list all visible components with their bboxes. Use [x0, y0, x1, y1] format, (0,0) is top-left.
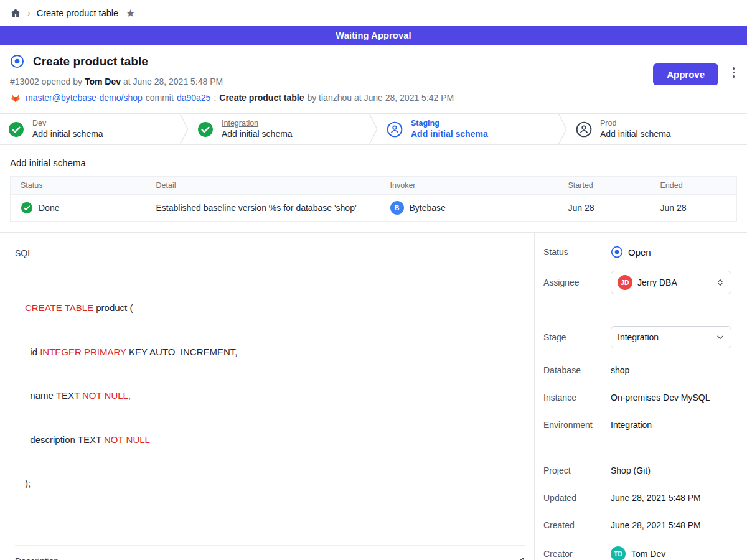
col-invoker: Invoker	[380, 177, 558, 195]
stage-label: Stage	[543, 332, 611, 342]
vcs-commit-line: master@bytebase-demo/shop commit da90a25…	[10, 92, 737, 103]
more-actions-icon[interactable]	[733, 67, 735, 78]
instance-value[interactable]: On-premises Dev MySQL	[611, 393, 710, 403]
commit-message: Create product table	[219, 93, 304, 103]
table-row[interactable]: Done Established baseline version %s for…	[11, 195, 737, 222]
check-circle-icon	[8, 121, 24, 138]
divider	[543, 312, 732, 312]
check-circle-icon	[197, 121, 214, 138]
col-status: Status	[11, 177, 146, 195]
divider	[15, 545, 525, 546]
pipeline-stage-prod[interactable]: Prod Add initial schema	[568, 114, 747, 144]
sql-line: );	[25, 476, 525, 491]
stage-row: Stage Integration	[543, 326, 732, 348]
task-invoker: Bytebase	[410, 203, 446, 213]
creator-value: Tom Dev	[631, 549, 665, 559]
stage-select[interactable]: Integration	[611, 326, 731, 348]
assignee-label: Assignee	[543, 278, 611, 287]
commit-word: commit	[146, 93, 174, 103]
task-detail: Established baseline version %s for data…	[146, 195, 380, 222]
pipeline-stage-integration[interactable]: Integration Add initial schema	[189, 114, 369, 144]
pipeline-stage-staging[interactable]: Staging Add initial schema	[378, 114, 558, 144]
issue-meta: #13002 opened by Tom Dev at June 28, 202…	[10, 77, 737, 86]
sql-line: id INTEGER PRIMARY KEY AUTO_INCREMENT,	[25, 345, 525, 360]
environment-value: Integration	[611, 420, 652, 430]
stage-env-label: Staging	[411, 118, 488, 129]
stage-separator-icon	[369, 114, 378, 144]
created-value: June 28, 2021 5:48 PM	[611, 520, 701, 530]
environment-row: Environment Integration	[543, 420, 732, 430]
stage-task-label: Add initial schema	[32, 128, 103, 140]
stage-task-label: Add initial schema	[411, 128, 488, 140]
issue-id-text: #13002 opened by	[10, 77, 82, 86]
assignee-value: Jerry DBA	[637, 278, 711, 287]
instance-label: Instance	[543, 393, 611, 403]
avatar: B	[390, 201, 404, 215]
issue-main-column: SQL CREATE TABLE product ( id INTEGER PR…	[0, 233, 534, 560]
assignee-row: Assignee JD Jerry DBA	[543, 271, 732, 294]
project-row: Project Shop (Git)	[543, 465, 732, 475]
stage-env-label: Integration	[222, 118, 293, 129]
pipeline-stages: Dev Add initial schema Integration Add i…	[0, 113, 747, 145]
updated-label: Updated	[543, 493, 611, 503]
breadcrumb: › Create product table ★	[0, 0, 747, 26]
updated-value: June 28, 2021 5:48 PM	[611, 493, 701, 503]
star-icon[interactable]: ★	[126, 7, 135, 20]
status-banner-text: Waiting Approval	[336, 30, 411, 40]
open-status-icon	[611, 246, 623, 258]
stage-task-label: Add initial schema	[222, 128, 293, 140]
task-table: Status Detail Invoker Started Ended Done…	[10, 176, 737, 222]
col-started: Started	[558, 177, 651, 195]
pipeline-stage-dev[interactable]: Dev Add initial schema	[0, 114, 179, 144]
chevron-down-icon	[716, 333, 725, 342]
task-status: Done	[39, 203, 59, 213]
assignee-select[interactable]: JD Jerry DBA	[611, 271, 731, 294]
commit-sha-link[interactable]: da90a25	[177, 93, 211, 103]
creator-row: Creator TD Tom Dev	[543, 546, 732, 560]
status-label: Status	[543, 247, 611, 257]
divider	[543, 449, 732, 449]
project-label: Project	[543, 465, 611, 475]
col-detail: Detail	[146, 177, 380, 195]
commit-author-time: by tianzhou at June 28, 2021 5:42 PM	[307, 93, 454, 103]
stage-separator-icon	[179, 114, 189, 144]
issue-opened-at: at June 28, 2021 5:48 PM	[123, 77, 223, 86]
issue-author: Tom Dev	[85, 77, 121, 86]
database-value[interactable]: shop	[611, 365, 629, 375]
approve-button[interactable]: Approve	[653, 63, 718, 85]
status-banner: Waiting Approval	[0, 26, 747, 45]
stage-separator-icon	[558, 114, 568, 144]
database-row: Database shop	[543, 365, 732, 375]
home-icon[interactable]	[10, 7, 21, 19]
stage-task-label: Add initial schema	[600, 128, 671, 140]
sql-line: name TEXT NOT NULL,	[25, 388, 525, 403]
stage-value: Integration	[618, 332, 711, 342]
task-started: Jun 28	[558, 195, 651, 222]
stage-env-label: Prod	[600, 118, 671, 129]
status-row: Status Open	[543, 246, 732, 258]
sql-line: CREATE TABLE product (	[25, 301, 525, 315]
updated-row: Updated June 28, 2021 5:48 PM	[543, 493, 732, 503]
task-section: Add initial schema Status Detail Invoker…	[0, 145, 747, 222]
breadcrumb-current[interactable]: Create product table	[37, 8, 118, 18]
task-heading: Add initial schema	[10, 157, 737, 168]
colon: :	[214, 93, 216, 103]
sql-line: description TEXT NOT NULL	[25, 432, 525, 447]
status-value: Open	[628, 247, 651, 258]
project-value[interactable]: Shop (Git)	[611, 465, 651, 475]
check-circle-icon	[21, 202, 33, 214]
database-label: Database	[543, 365, 611, 375]
page-title: Create product table	[33, 55, 148, 68]
edit-pencil-icon[interactable]	[515, 556, 525, 560]
issue-header: Create product table #13002 opened by To…	[0, 45, 747, 113]
avatar: JD	[618, 275, 632, 290]
branch-link[interactable]: master@bytebase-demo/shop	[26, 93, 143, 103]
sql-code-block: CREATE TABLE product ( id INTEGER PRIMAR…	[25, 271, 525, 520]
sql-label: SQL	[15, 248, 525, 258]
breadcrumb-separator-icon: ›	[27, 8, 31, 18]
task-ended: Jun 28	[651, 195, 737, 222]
person-circle-icon	[576, 121, 592, 138]
creator-label: Creator	[543, 549, 611, 559]
issue-sidebar: Status Open Assignee JD Jerry DBA Stage	[534, 233, 747, 560]
created-label: Created	[543, 520, 611, 530]
